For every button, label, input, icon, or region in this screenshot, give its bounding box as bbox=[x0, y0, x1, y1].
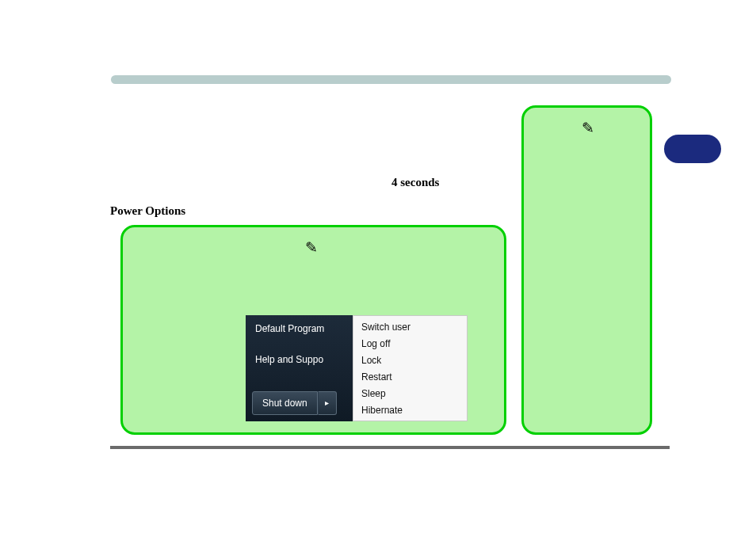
pencil-icon: ✎ bbox=[582, 119, 594, 137]
page-tab[interactable] bbox=[664, 135, 721, 163]
chevron-right-icon: ▸ bbox=[325, 398, 329, 407]
divider-top bbox=[111, 75, 671, 84]
divider-bottom bbox=[110, 446, 670, 449]
start-item-help-support[interactable]: Help and Suppo bbox=[255, 354, 323, 365]
start-menu-left: Default Program Help and Suppo Shut down… bbox=[246, 315, 353, 421]
menu-item-hibernate[interactable]: Hibernate bbox=[353, 402, 467, 419]
shutdown-menu-arrow[interactable]: ▸ bbox=[318, 391, 337, 415]
shutdown-submenu: Switch user Log off Lock Restart Sleep H… bbox=[353, 315, 468, 421]
menu-item-log-off[interactable]: Log off bbox=[353, 336, 467, 352]
shutdown-split-button[interactable]: Shut down ▸ bbox=[252, 391, 337, 415]
pencil-icon: ✎ bbox=[305, 238, 318, 257]
shutdown-button[interactable]: Shut down bbox=[252, 391, 318, 415]
menu-item-switch-user[interactable]: Switch user bbox=[353, 319, 467, 336]
start-item-default-programs[interactable]: Default Program bbox=[255, 323, 324, 334]
menu-item-lock[interactable]: Lock bbox=[353, 352, 467, 369]
power-options-heading: Power Options bbox=[110, 204, 185, 218]
note-box-side: ✎ bbox=[521, 105, 652, 435]
four-seconds-label: 4 seconds bbox=[391, 176, 439, 189]
menu-item-restart[interactable]: Restart bbox=[353, 369, 467, 386]
note-box-main: ✎ Default Program Help and Suppo Shut do… bbox=[120, 225, 506, 435]
menu-item-sleep[interactable]: Sleep bbox=[353, 386, 467, 402]
start-menu-fragment: Default Program Help and Suppo Shut down… bbox=[246, 315, 468, 421]
